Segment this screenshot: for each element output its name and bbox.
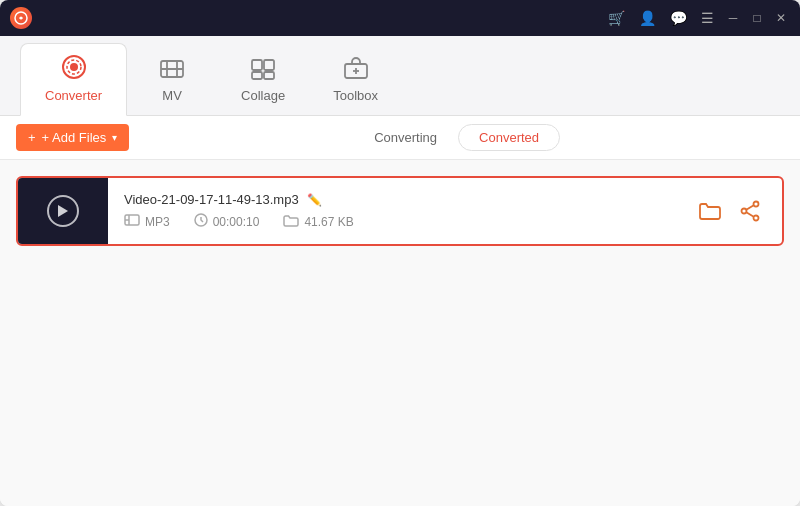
size-value: 41.67 KB [304, 215, 353, 229]
app-logo [10, 7, 32, 29]
close-button[interactable]: ✕ [772, 9, 790, 27]
title-bar-controls: 🛒 👤 💬 ☰ ─ □ ✕ [604, 8, 790, 28]
tab-mv-label: MV [162, 88, 182, 103]
nav-bar: Converter MV Collage [0, 36, 800, 116]
size-meta: 41.67 KB [283, 214, 353, 230]
file-item: Video-21-09-17-11-49-13.mp3 ✏️ MP3 [16, 176, 784, 246]
duration-value: 00:00:10 [213, 215, 260, 229]
file-actions [678, 195, 782, 227]
file-name-row: Video-21-09-17-11-49-13.mp3 ✏️ [124, 192, 662, 207]
tab-mv[interactable]: MV [127, 48, 217, 115]
svg-rect-8 [264, 72, 274, 79]
format-meta: MP3 [124, 213, 170, 230]
user-icon[interactable]: 👤 [635, 8, 660, 28]
svg-line-20 [746, 212, 753, 216]
add-files-button[interactable]: + + Add Files ▾ [16, 124, 129, 151]
svg-point-18 [754, 216, 759, 221]
tab-collage-label: Collage [241, 88, 285, 103]
toolbar: + + Add Files ▾ Converting Converted [0, 116, 800, 160]
open-folder-button[interactable] [694, 195, 726, 227]
collage-icon [250, 58, 276, 84]
file-thumbnail [18, 176, 108, 246]
title-bar: 🛒 👤 💬 ☰ ─ □ ✕ [0, 0, 800, 36]
menu-icon[interactable]: ☰ [697, 8, 718, 28]
toolbar-tabs: Converting Converted [353, 124, 560, 151]
converted-tab[interactable]: Converted [458, 124, 560, 151]
play-button[interactable] [47, 195, 79, 227]
duration-meta: 00:00:10 [194, 213, 260, 230]
tab-toolbox[interactable]: Toolbox [309, 46, 402, 115]
title-bar-left [10, 7, 32, 29]
minimize-button[interactable]: ─ [724, 9, 742, 27]
message-icon[interactable]: 💬 [666, 8, 691, 28]
converter-icon [61, 54, 87, 84]
share-button[interactable] [734, 195, 766, 227]
app-window: 🛒 👤 💬 ☰ ─ □ ✕ Converter [0, 0, 800, 506]
tab-converter-label: Converter [45, 88, 102, 103]
tab-converter[interactable]: Converter [20, 43, 127, 116]
add-files-caret-icon: ▾ [112, 132, 117, 143]
converted-label: Converted [479, 130, 539, 145]
mv-icon [159, 58, 185, 84]
clock-icon [194, 213, 208, 230]
svg-point-17 [742, 209, 747, 214]
file-info: Video-21-09-17-11-49-13.mp3 ✏️ MP3 [108, 184, 678, 238]
tab-collage[interactable]: Collage [217, 48, 309, 115]
content-area: Video-21-09-17-11-49-13.mp3 ✏️ MP3 [0, 160, 800, 506]
add-files-label: + Add Files [42, 130, 107, 145]
folder-icon [283, 214, 299, 230]
converting-label: Converting [374, 130, 437, 145]
add-files-plus-icon: + [28, 130, 36, 145]
svg-rect-5 [252, 60, 262, 70]
svg-rect-6 [264, 60, 274, 70]
svg-point-16 [754, 202, 759, 207]
format-icon [124, 213, 140, 230]
converting-tab[interactable]: Converting [353, 124, 458, 151]
maximize-button[interactable]: □ [748, 9, 766, 27]
svg-line-19 [746, 205, 753, 209]
file-meta: MP3 00:00:10 [124, 213, 662, 230]
format-value: MP3 [145, 215, 170, 229]
cart-icon[interactable]: 🛒 [604, 8, 629, 28]
svg-point-2 [70, 63, 78, 71]
file-name: Video-21-09-17-11-49-13.mp3 [124, 192, 299, 207]
toolbox-icon [343, 56, 369, 84]
edit-icon[interactable]: ✏️ [307, 193, 322, 207]
svg-rect-7 [252, 72, 262, 79]
tab-toolbox-label: Toolbox [333, 88, 378, 103]
